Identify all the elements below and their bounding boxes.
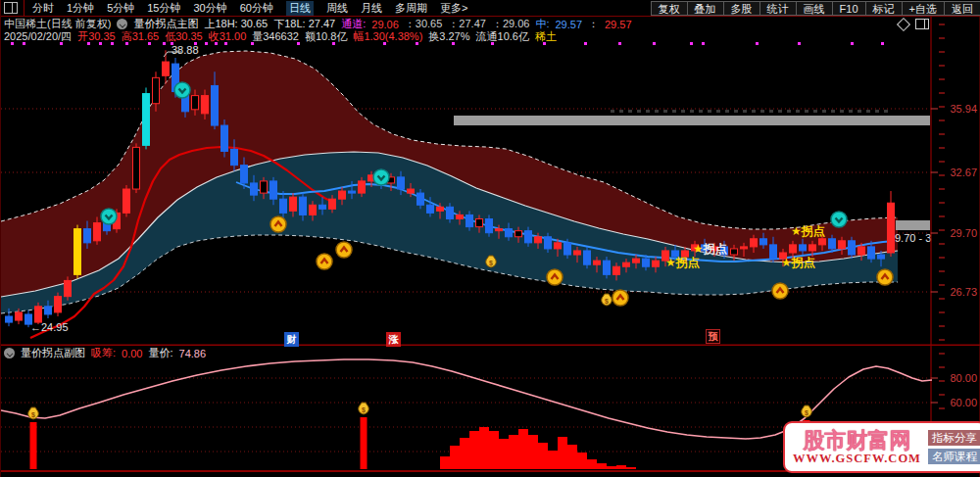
signal-dot bbox=[702, 42, 705, 45]
axis-tick-strip bbox=[939, 78, 945, 80]
axis-tick-strip bbox=[939, 51, 945, 53]
menu-period-2[interactable]: 5分钟 bbox=[107, 1, 134, 16]
token: 流通10.6亿 bbox=[476, 29, 529, 44]
candle bbox=[133, 143, 140, 193]
svg-text:$: $ bbox=[489, 260, 493, 267]
token: 开30.35 bbox=[77, 29, 116, 44]
ghost-mark bbox=[699, 110, 703, 113]
volume-hist-bar bbox=[607, 466, 616, 469]
axis-tick-strip bbox=[939, 407, 945, 409]
buy-marker-icon bbox=[612, 290, 628, 306]
menu-period-9[interactable]: 多周期 bbox=[395, 1, 427, 16]
ghost-mark bbox=[787, 110, 791, 113]
svg-text:$: $ bbox=[605, 298, 609, 306]
menu-tool-3[interactable]: 统计 bbox=[760, 1, 796, 16]
menu-period-6[interactable]: 日线 bbox=[286, 1, 314, 16]
volume-hist-bar bbox=[499, 439, 509, 469]
header-corner-icons bbox=[899, 19, 929, 29]
svg-text:$: $ bbox=[31, 411, 35, 419]
price-axis-label: 32.67 bbox=[950, 167, 977, 178]
token: 收31.00 bbox=[209, 29, 247, 44]
ghost-mark bbox=[708, 110, 711, 113]
volume-hist-bar bbox=[577, 453, 587, 469]
axis-tick-strip bbox=[939, 353, 945, 355]
axis-tick-strip bbox=[939, 270, 945, 272]
menu-tool-2[interactable]: 多股 bbox=[723, 1, 760, 16]
axis-tick-strip bbox=[939, 257, 945, 259]
price-axis-label: 29.70 bbox=[950, 227, 977, 239]
turn-point-label: ★拐点 bbox=[791, 224, 825, 238]
turn-point-label: ★拐点 bbox=[781, 256, 815, 269]
signal-dot bbox=[618, 42, 621, 45]
volume-hist-bar bbox=[548, 451, 558, 469]
menu-period-1[interactable]: 1分钟 bbox=[67, 1, 94, 16]
signal-dot bbox=[584, 42, 587, 45]
ghost-mark bbox=[725, 110, 729, 113]
volume-hist-bar bbox=[558, 437, 567, 469]
menu-period-8[interactable]: 月线 bbox=[361, 1, 382, 16]
svg-text:$: $ bbox=[362, 406, 366, 414]
trading-app-window: 分时1分钟5分钟15分钟30分钟60分钟日线周线月线多周期更多> 复权叠加多股统… bbox=[0, 0, 980, 477]
volume-hist-bar bbox=[538, 443, 548, 469]
menu-period-7[interactable]: 周线 bbox=[326, 1, 348, 16]
volume-hist-bar bbox=[587, 459, 597, 469]
menu-tool-5[interactable]: F10 bbox=[832, 1, 865, 16]
chart-canvas[interactable]: $$★拐点★拐点★拐点★拐点38.88←24.959.70 - 335.9432… bbox=[1, 0, 980, 477]
ghost-mark bbox=[637, 110, 641, 113]
axis-tick-strip bbox=[939, 229, 945, 231]
menu-tool-8[interactable]: 返回 bbox=[944, 1, 980, 16]
volume-hist-bar bbox=[460, 438, 469, 469]
ghost-mark bbox=[611, 110, 614, 113]
menu-period-3[interactable]: 15分钟 bbox=[147, 1, 180, 16]
menu-period-0[interactable]: 分时 bbox=[32, 1, 54, 16]
window-icon[interactable] bbox=[915, 19, 929, 29]
menu-tool-7[interactable]: +自选 bbox=[902, 1, 944, 16]
candle bbox=[55, 293, 62, 316]
ghost-mark bbox=[628, 110, 632, 113]
menu-period-5[interactable]: 60分钟 bbox=[240, 1, 273, 16]
sell-marker-icon bbox=[174, 82, 190, 98]
ghost-mark bbox=[778, 110, 782, 113]
axis-tick-strip bbox=[939, 311, 945, 313]
layout-split-icon[interactable] bbox=[4, 2, 18, 14]
ghost-mark bbox=[734, 110, 738, 113]
period-menu: 分时1分钟5分钟15分钟30分钟60分钟日线周线月线多周期更多> bbox=[24, 0, 467, 16]
axis-tick-strip bbox=[939, 325, 945, 327]
menu-period-4[interactable]: 30分钟 bbox=[194, 1, 227, 16]
menu-tool-1[interactable]: 叠加 bbox=[687, 1, 723, 16]
axis-tick-strip bbox=[939, 339, 945, 341]
candle bbox=[74, 225, 81, 279]
ghost-mark bbox=[858, 110, 861, 113]
candle bbox=[888, 191, 895, 257]
candle bbox=[123, 185, 130, 216]
ghost-mark bbox=[849, 110, 853, 113]
menu-tool-6[interactable]: 标记 bbox=[865, 1, 902, 16]
chevron-down-circle-icon[interactable] bbox=[117, 19, 127, 29]
candle bbox=[163, 50, 170, 83]
axis-tick-strip bbox=[939, 284, 945, 286]
menu-tool-4[interactable]: 画线 bbox=[796, 1, 832, 16]
buy-marker-icon bbox=[547, 269, 563, 285]
volume-hist-bar bbox=[616, 465, 626, 469]
watermark-box: 股市财富网 WWW.GSCFW.COM 指标分享名师课程 bbox=[783, 421, 980, 473]
chevron-down-circle-icon[interactable] bbox=[4, 348, 15, 358]
menu-tool-0[interactable]: 复权 bbox=[651, 1, 687, 16]
axis-tick-strip bbox=[939, 37, 945, 39]
buy-marker-icon bbox=[877, 269, 893, 285]
buy-marker-icon bbox=[270, 216, 286, 232]
menu-period-10[interactable]: 更多> bbox=[440, 1, 467, 16]
signal-dot bbox=[798, 42, 801, 45]
sub-axis-label: 60.00 bbox=[950, 397, 977, 408]
sub-axis-label: 80.00 bbox=[950, 372, 977, 384]
absorb-signal-bar bbox=[30, 422, 37, 469]
buy-marker-icon bbox=[772, 283, 788, 299]
volume-hist-bar bbox=[509, 435, 518, 469]
price-annotation: 9.70 - 3 bbox=[895, 232, 931, 244]
diamond-icon[interactable] bbox=[897, 17, 910, 30]
volume-hist-bar bbox=[440, 456, 450, 469]
axis-tick-strip bbox=[939, 119, 945, 121]
ghost-mark bbox=[875, 110, 879, 113]
turn-point-label: ★拐点 bbox=[665, 256, 700, 269]
ghost-mark bbox=[743, 110, 747, 113]
ghost-mark bbox=[752, 110, 756, 113]
